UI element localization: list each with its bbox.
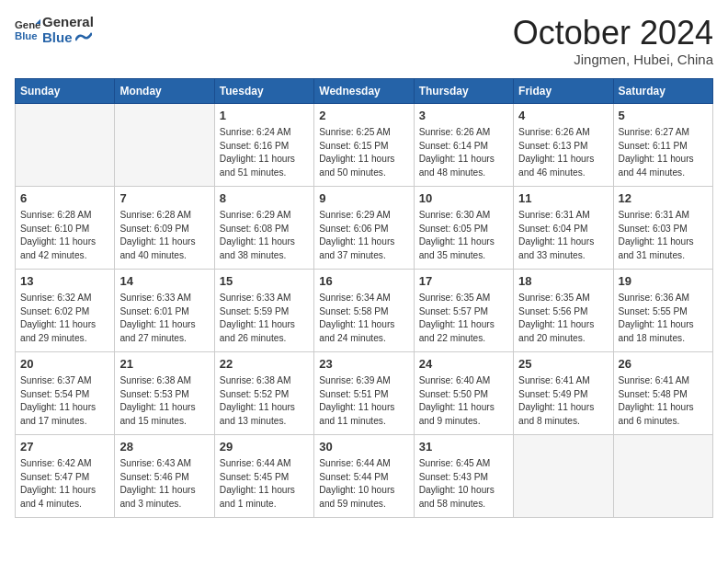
- day-number: 9: [319, 190, 408, 207]
- day-number: 6: [20, 190, 109, 207]
- svg-text:General: General: [15, 19, 40, 30]
- day-info: Sunrise: 6:41 AM Sunset: 5:49 PM Dayligh…: [518, 374, 608, 429]
- calendar-week-1: 6Sunrise: 6:28 AM Sunset: 6:10 PM Daylig…: [16, 186, 713, 269]
- day-info: Sunrise: 6:26 AM Sunset: 6:13 PM Dayligh…: [518, 126, 608, 180]
- calendar-cell: [514, 434, 613, 517]
- day-number: 12: [619, 190, 708, 207]
- day-number: 20: [20, 356, 109, 373]
- day-info: Sunrise: 6:27 AM Sunset: 6:11 PM Dayligh…: [619, 126, 708, 180]
- calendar-cell: 3Sunrise: 6:26 AM Sunset: 6:14 PM Daylig…: [414, 103, 513, 186]
- calendar-cell: 20Sunrise: 6:37 AM Sunset: 5:54 PM Dayli…: [16, 351, 115, 434]
- weekday-header-monday: Monday: [115, 78, 214, 103]
- day-number: 23: [319, 356, 408, 373]
- day-number: 16: [319, 273, 408, 290]
- day-number: 19: [619, 273, 708, 290]
- day-info: Sunrise: 6:45 AM Sunset: 5:43 PM Dayligh…: [419, 457, 508, 511]
- day-info: Sunrise: 6:28 AM Sunset: 6:09 PM Dayligh…: [119, 209, 209, 263]
- day-number: 27: [20, 439, 109, 455]
- day-number: 8: [220, 190, 309, 207]
- day-number: 5: [619, 108, 708, 124]
- calendar-cell: 23Sunrise: 6:39 AM Sunset: 5:51 PM Dayli…: [314, 351, 414, 434]
- day-number: 25: [518, 356, 608, 373]
- weekday-header-friday: Friday: [514, 78, 613, 103]
- day-info: Sunrise: 6:28 AM Sunset: 6:10 PM Dayligh…: [20, 209, 109, 263]
- calendar-cell: 29Sunrise: 6:44 AM Sunset: 5:45 PM Dayli…: [214, 434, 313, 517]
- calendar-cell: 9Sunrise: 6:29 AM Sunset: 6:06 PM Daylig…: [314, 186, 414, 269]
- calendar-cell: 7Sunrise: 6:28 AM Sunset: 6:09 PM Daylig…: [115, 186, 214, 269]
- day-info: Sunrise: 6:26 AM Sunset: 6:14 PM Dayligh…: [419, 126, 508, 180]
- calendar-cell: 8Sunrise: 6:29 AM Sunset: 6:08 PM Daylig…: [214, 186, 313, 269]
- day-info: Sunrise: 6:38 AM Sunset: 5:53 PM Dayligh…: [119, 374, 209, 429]
- day-number: 17: [419, 273, 508, 290]
- day-info: Sunrise: 6:39 AM Sunset: 5:51 PM Dayligh…: [319, 374, 408, 429]
- day-info: Sunrise: 6:34 AM Sunset: 5:58 PM Dayligh…: [319, 292, 408, 346]
- calendar-week-0: 1Sunrise: 6:24 AM Sunset: 6:16 PM Daylig…: [16, 103, 713, 186]
- day-info: Sunrise: 6:33 AM Sunset: 6:01 PM Dayligh…: [119, 292, 209, 346]
- day-info: Sunrise: 6:29 AM Sunset: 6:08 PM Dayligh…: [220, 209, 309, 263]
- calendar-cell: 11Sunrise: 6:31 AM Sunset: 6:04 PM Dayli…: [514, 186, 613, 269]
- day-info: Sunrise: 6:33 AM Sunset: 5:59 PM Dayligh…: [220, 292, 309, 346]
- day-info: Sunrise: 6:30 AM Sunset: 6:05 PM Dayligh…: [419, 209, 508, 263]
- day-number: 18: [518, 273, 608, 290]
- calendar-cell: 21Sunrise: 6:38 AM Sunset: 5:53 PM Dayli…: [115, 351, 214, 434]
- day-info: Sunrise: 6:35 AM Sunset: 5:56 PM Dayligh…: [518, 292, 608, 346]
- calendar-cell: 6Sunrise: 6:28 AM Sunset: 6:10 PM Daylig…: [16, 186, 115, 269]
- month-title: October 2024: [513, 15, 713, 52]
- calendar-week-3: 20Sunrise: 6:37 AM Sunset: 5:54 PM Dayli…: [16, 351, 713, 434]
- weekday-header-row: SundayMondayTuesdayWednesdayThursdayFrid…: [16, 78, 713, 103]
- day-info: Sunrise: 6:37 AM Sunset: 5:54 PM Dayligh…: [20, 374, 109, 429]
- calendar-body: 1Sunrise: 6:24 AM Sunset: 6:16 PM Daylig…: [16, 103, 713, 517]
- day-info: Sunrise: 6:31 AM Sunset: 6:03 PM Dayligh…: [619, 209, 708, 263]
- calendar-cell: 15Sunrise: 6:33 AM Sunset: 5:59 PM Dayli…: [214, 269, 313, 351]
- calendar-cell: 4Sunrise: 6:26 AM Sunset: 6:13 PM Daylig…: [514, 103, 613, 186]
- calendar-cell: 10Sunrise: 6:30 AM Sunset: 6:05 PM Dayli…: [414, 186, 513, 269]
- calendar-cell: [613, 434, 712, 517]
- calendar-table: SundayMondayTuesdayWednesdayThursdayFrid…: [15, 78, 713, 518]
- day-number: 3: [419, 108, 508, 124]
- logo-blue: Blue: [42, 30, 94, 46]
- calendar-cell: [115, 103, 214, 186]
- day-info: Sunrise: 6:44 AM Sunset: 5:44 PM Dayligh…: [319, 457, 408, 511]
- calendar-cell: 30Sunrise: 6:44 AM Sunset: 5:44 PM Dayli…: [314, 434, 414, 517]
- calendar-cell: 24Sunrise: 6:40 AM Sunset: 5:50 PM Dayli…: [414, 351, 513, 434]
- calendar-cell: 31Sunrise: 6:45 AM Sunset: 5:43 PM Dayli…: [414, 434, 513, 517]
- day-number: 10: [419, 190, 508, 207]
- day-info: Sunrise: 6:29 AM Sunset: 6:06 PM Dayligh…: [319, 209, 408, 263]
- calendar-cell: 22Sunrise: 6:38 AM Sunset: 5:52 PM Dayli…: [214, 351, 313, 434]
- location: Jingmen, Hubei, China: [513, 52, 713, 67]
- calendar-cell: 2Sunrise: 6:25 AM Sunset: 6:15 PM Daylig…: [314, 103, 414, 186]
- day-info: Sunrise: 6:36 AM Sunset: 5:55 PM Dayligh…: [619, 292, 708, 346]
- day-number: 7: [119, 190, 209, 207]
- calendar-cell: 1Sunrise: 6:24 AM Sunset: 6:16 PM Daylig…: [214, 103, 313, 186]
- day-number: 30: [319, 439, 408, 455]
- day-info: Sunrise: 6:40 AM Sunset: 5:50 PM Dayligh…: [419, 374, 508, 429]
- day-info: Sunrise: 6:44 AM Sunset: 5:45 PM Dayligh…: [220, 457, 309, 511]
- calendar-week-4: 27Sunrise: 6:42 AM Sunset: 5:47 PM Dayli…: [16, 434, 713, 517]
- logo-icon: General Blue: [15, 17, 40, 43]
- weekday-header-wednesday: Wednesday: [314, 78, 414, 103]
- day-number: 21: [119, 356, 209, 373]
- day-number: 2: [319, 108, 408, 124]
- calendar-cell: 13Sunrise: 6:32 AM Sunset: 6:02 PM Dayli…: [16, 269, 115, 351]
- calendar-cell: 14Sunrise: 6:33 AM Sunset: 6:01 PM Dayli…: [115, 269, 214, 351]
- day-number: 14: [119, 273, 209, 290]
- calendar-header: SundayMondayTuesdayWednesdayThursdayFrid…: [16, 78, 713, 103]
- weekday-header-thursday: Thursday: [414, 78, 513, 103]
- weekday-header-sunday: Sunday: [16, 78, 115, 103]
- title-section: October 2024 Jingmen, Hubei, China: [513, 15, 713, 67]
- day-info: Sunrise: 6:25 AM Sunset: 6:15 PM Dayligh…: [319, 126, 408, 180]
- calendar-cell: 16Sunrise: 6:34 AM Sunset: 5:58 PM Dayli…: [314, 269, 414, 351]
- day-info: Sunrise: 6:32 AM Sunset: 6:02 PM Dayligh…: [20, 292, 109, 346]
- calendar-cell: 19Sunrise: 6:36 AM Sunset: 5:55 PM Dayli…: [613, 269, 712, 351]
- calendar-cell: 18Sunrise: 6:35 AM Sunset: 5:56 PM Dayli…: [514, 269, 613, 351]
- calendar-cell: 28Sunrise: 6:43 AM Sunset: 5:46 PM Dayli…: [115, 434, 214, 517]
- svg-text:Blue: Blue: [15, 29, 38, 40]
- day-info: Sunrise: 6:38 AM Sunset: 5:52 PM Dayligh…: [220, 374, 309, 429]
- day-number: 24: [419, 356, 508, 373]
- day-number: 11: [518, 190, 608, 207]
- calendar-cell: 26Sunrise: 6:41 AM Sunset: 5:48 PM Dayli…: [613, 351, 712, 434]
- day-number: 31: [419, 439, 508, 455]
- calendar-cell: 17Sunrise: 6:35 AM Sunset: 5:57 PM Dayli…: [414, 269, 513, 351]
- calendar-cell: 27Sunrise: 6:42 AM Sunset: 5:47 PM Dayli…: [16, 434, 115, 517]
- day-number: 28: [119, 439, 209, 455]
